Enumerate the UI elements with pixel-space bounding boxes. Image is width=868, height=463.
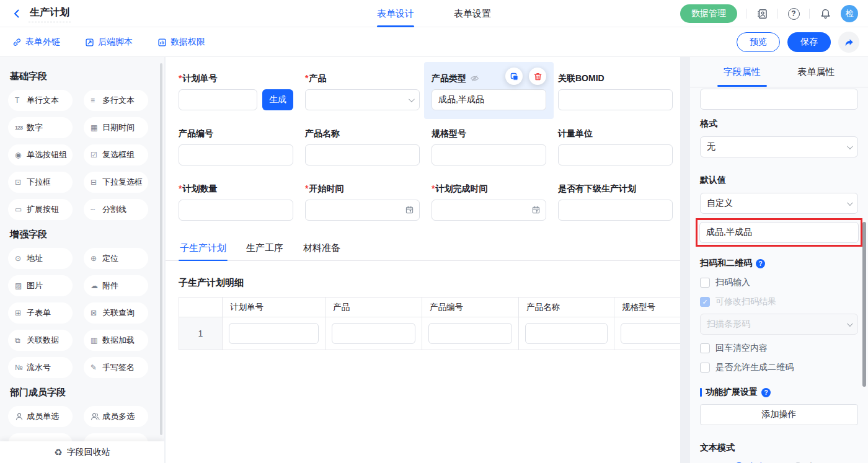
user-avatar[interactable]: 检: [841, 5, 858, 22]
data-manage-button[interactable]: 数据管理: [680, 4, 737, 23]
default-value-input[interactable]: [699, 222, 859, 243]
number-icon: 123: [15, 125, 27, 131]
share-button[interactable]: [838, 32, 859, 53]
backend-script-action[interactable]: 后端脚本: [85, 37, 133, 48]
field-type-locate[interactable]: ⊕定位: [84, 248, 148, 269]
field-type-member-multi[interactable]: 成员多选: [84, 406, 148, 427]
field-unit[interactable]: 计量单位: [558, 128, 673, 165]
field-type-single-text[interactable]: T单行文本: [8, 90, 73, 111]
unit-input[interactable]: [558, 144, 673, 165]
field-type-lookup[interactable]: ⊠关联查询: [84, 302, 148, 324]
field-plan-no[interactable]: *计划单号 生成: [179, 73, 293, 110]
field-has-sub-plan[interactable]: 是否有下级生产计划: [558, 183, 673, 221]
contacts-icon[interactable]: [755, 7, 769, 20]
field-type-attachment[interactable]: ☁附件: [84, 275, 148, 296]
start-time-input[interactable]: [305, 200, 420, 221]
field-type-multi-text[interactable]: ≡多行文本: [84, 90, 148, 111]
allow-qrcode-checkbox[interactable]: 是否允许生成二维码: [700, 362, 858, 373]
field-start-time[interactable]: *开始时间: [305, 183, 420, 221]
delete-field-button[interactable]: [529, 68, 546, 85]
back-button[interactable]: [10, 7, 24, 20]
tab-sub-production-plan[interactable]: 子生产计划: [179, 239, 228, 260]
field-type-dropdown[interactable]: ⊡下拉框: [8, 172, 73, 193]
field-type-data-load[interactable]: ▥数据加载: [84, 330, 148, 351]
cell-product-name-input[interactable]: [525, 323, 608, 344]
field-type-checkbox-group[interactable]: ☑复选框组: [84, 144, 148, 165]
tab-form-design[interactable]: 表单设计: [377, 0, 414, 27]
field-bom-id[interactable]: 关联BOMID: [558, 73, 673, 110]
field-type-subform[interactable]: ⊞子表单: [8, 302, 73, 324]
field-type-serial-no[interactable]: №流水号: [8, 357, 73, 378]
product-code-input[interactable]: [179, 144, 293, 165]
finish-time-input[interactable]: [432, 200, 546, 221]
trash-icon: [533, 72, 542, 81]
col-header-spec-model: 规格型号: [614, 298, 680, 317]
save-button[interactable]: 保存: [787, 32, 831, 52]
field-spec-model[interactable]: 规格型号: [432, 128, 546, 165]
field-product-name[interactable]: 产品名称: [305, 128, 420, 165]
plan-no-input[interactable]: [179, 89, 257, 110]
field-type-linked-data[interactable]: ⧉关联数据: [8, 330, 73, 351]
plan-qty-input[interactable]: [179, 200, 293, 221]
scan-input-checkbox[interactable]: 扫码输入: [700, 277, 858, 288]
has-sub-plan-input[interactable]: [558, 200, 673, 221]
panel-scrollbar[interactable]: [862, 222, 866, 387]
field-type-radio-group[interactable]: ◉单选按钮组: [8, 144, 73, 165]
field-plan-qty[interactable]: *计划数量: [179, 183, 293, 221]
external-link-action[interactable]: 表单外链: [12, 37, 60, 48]
col-header-product-name: 产品名称: [519, 298, 614, 317]
field-type-datetime[interactable]: ▦日期时间: [84, 117, 148, 138]
field-product-type-selected[interactable]: 产品类型: [424, 62, 554, 119]
field-type-extend-button[interactable]: ▭扩展按钮: [8, 199, 73, 220]
product-select[interactable]: [305, 89, 420, 110]
preview-button[interactable]: 预览: [737, 32, 780, 52]
chevron-left-icon: [12, 9, 22, 19]
form-designer-page: 生产计划 表单设计 表单设置 数据管理 ? 检 表单外链: [0, 0, 868, 463]
field-recycle-bin[interactable]: ♻ 字段回收站: [0, 441, 164, 463]
field-product[interactable]: *产品: [305, 73, 420, 110]
tab-material-prep[interactable]: 材料准备: [302, 239, 342, 260]
field-type-signature[interactable]: ✎手写签名: [84, 357, 148, 378]
field-type-image[interactable]: ▨图片: [8, 275, 73, 296]
cell-product-input[interactable]: [332, 323, 415, 344]
field-type-member-single[interactable]: 成员单选: [8, 406, 73, 427]
chevron-down-icon: [847, 200, 853, 206]
divider: [809, 9, 810, 19]
tab-production-process[interactable]: 生产工序: [245, 239, 285, 260]
bom-id-input[interactable]: [558, 89, 673, 110]
scan-editable-checkbox[interactable]: ✓ 可修改扫码结果: [700, 296, 858, 307]
spec-model-input[interactable]: [432, 144, 546, 165]
col-header-product-code: 产品编号: [422, 298, 519, 317]
generate-button[interactable]: 生成: [262, 89, 293, 110]
help-icon[interactable]: ?: [787, 7, 800, 20]
cell-plan-no-input[interactable]: [229, 323, 319, 344]
add-action-button[interactable]: 添加操作: [700, 404, 858, 425]
data-permission-action[interactable]: 数据权限: [157, 37, 205, 48]
enter-clear-checkbox[interactable]: 回车清空内容: [700, 343, 858, 354]
help-icon[interactable]: ?: [761, 388, 771, 397]
field-type-address[interactable]: ⊙地址: [8, 248, 73, 269]
field-type-number[interactable]: 123数字: [8, 117, 73, 138]
copy-field-button[interactable]: [505, 68, 523, 85]
tab-form-settings[interactable]: 表单设置: [454, 0, 491, 27]
field-title-input[interactable]: [700, 89, 858, 110]
format-select[interactable]: 无: [700, 136, 858, 157]
calendar-icon: ▦: [91, 123, 102, 132]
field-type-divider[interactable]: ┄分割线: [84, 199, 148, 220]
cell-spec-model-input[interactable]: [621, 323, 680, 344]
extend-button-icon: ▭: [15, 205, 27, 214]
tab-form-properties[interactable]: 表单属性: [794, 57, 838, 87]
field-type-multi-dropdown[interactable]: ⊟下拉复选框: [84, 172, 148, 193]
help-icon[interactable]: ?: [756, 259, 765, 268]
scan-type-select[interactable]: 扫描条形码: [700, 314, 858, 335]
field-finish-time[interactable]: *计划完成时间: [432, 183, 546, 221]
field-product-code[interactable]: 产品编号: [179, 128, 293, 165]
product-name-input[interactable]: [305, 144, 420, 165]
default-value-mode-select[interactable]: 自定义: [700, 193, 858, 214]
sidebar-scrollbar[interactable]: [160, 63, 162, 435]
cell-product-code-input[interactable]: [428, 323, 512, 344]
link-icon: [12, 38, 22, 47]
tab-field-properties[interactable]: 字段属性: [720, 57, 764, 87]
notification-bell-icon[interactable]: [818, 7, 832, 20]
product-type-input[interactable]: [432, 89, 546, 110]
